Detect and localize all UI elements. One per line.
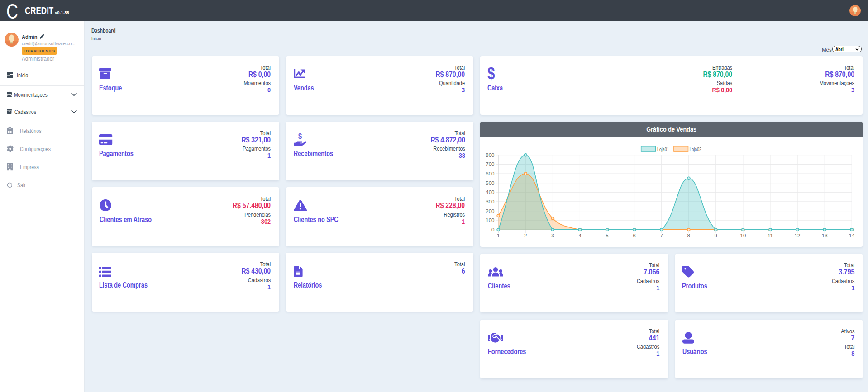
svg-text:1: 1: [497, 232, 500, 238]
svg-text:14: 14: [849, 232, 855, 238]
svg-text:400: 400: [486, 189, 494, 195]
svg-text:3: 3: [551, 232, 554, 238]
svg-text:0: 0: [491, 227, 494, 232]
svg-text:600: 600: [486, 171, 494, 176]
svg-text:8: 8: [687, 232, 690, 238]
svg-text:10: 10: [740, 232, 746, 238]
svg-text:800: 800: [486, 152, 494, 157]
svg-text:300: 300: [486, 198, 494, 204]
svg-text:2: 2: [524, 232, 527, 238]
svg-text:700: 700: [486, 161, 494, 167]
svg-text:7: 7: [660, 232, 663, 238]
svg-text:9: 9: [714, 232, 717, 238]
svg-text:Loja01: Loja01: [657, 146, 669, 151]
svg-text:4: 4: [578, 232, 582, 238]
svg-text:12: 12: [794, 232, 800, 238]
svg-text:200: 200: [486, 208, 494, 213]
svg-text:5: 5: [606, 232, 608, 238]
svg-text:Loja02: Loja02: [689, 146, 701, 151]
svg-text:500: 500: [486, 180, 494, 185]
svg-text:13: 13: [822, 232, 828, 238]
svg-text:11: 11: [768, 232, 773, 238]
svg-text:6: 6: [633, 232, 635, 238]
svg-text:100: 100: [486, 217, 494, 223]
